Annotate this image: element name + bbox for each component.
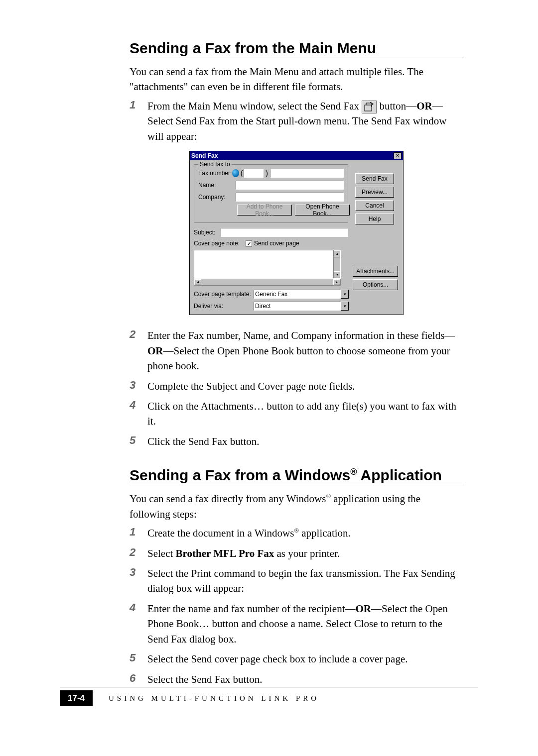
section-heading-2: Sending a Fax from a Windows® Applicatio…: [130, 467, 463, 485]
help-button[interactable]: Help: [355, 214, 394, 224]
subject-label: Subject:: [194, 229, 221, 236]
company-input[interactable]: [236, 193, 344, 202]
text: From the Main Menu window, select the Se…: [147, 100, 362, 112]
step-text: Select the Print command to begin the fa…: [147, 566, 463, 596]
step-text: Click on the Attachments… button to add …: [147, 399, 463, 429]
text: Application: [357, 467, 442, 483]
preview-button[interactable]: Preview...: [355, 187, 394, 198]
scroll-left-icon[interactable]: ◂: [194, 279, 201, 285]
intro-1: You can send a fax from the Main Menu an…: [130, 64, 463, 95]
fax-number-input[interactable]: [270, 169, 344, 178]
text: OR: [416, 100, 432, 112]
dialog-titlebar: Send Fax ×: [190, 151, 403, 160]
registered-mark: ®: [294, 527, 299, 534]
group-title: Send fax to: [198, 161, 232, 168]
scroll-down-icon[interactable]: ▾: [334, 271, 340, 278]
area-code-input[interactable]: [244, 169, 264, 178]
text: Select: [147, 547, 176, 559]
template-value[interactable]: [254, 290, 341, 299]
step-text: Select the Send cover page check box to …: [147, 651, 463, 666]
step-num: 5: [130, 651, 147, 664]
s1-step-1: 1 From the Main Menu window, select the …: [130, 99, 463, 144]
step-num: 1: [130, 99, 147, 111]
deliver-label: Deliver via:: [194, 303, 254, 310]
registered-mark: ®: [326, 493, 331, 500]
s1-step-3: 3 Complete the Subject and Cover page no…: [130, 379, 463, 394]
registered-mark: ®: [350, 467, 357, 477]
text: button—: [380, 100, 417, 112]
step-text: Click the Send Fax button.: [147, 434, 463, 449]
text: application.: [299, 527, 351, 539]
step-num: 1: [130, 526, 147, 539]
chevron-down-icon[interactable]: ▾: [341, 302, 349, 311]
scroll-right-icon[interactable]: ▸: [333, 279, 340, 285]
deliver-combo[interactable]: ▾: [254, 302, 349, 311]
page-footer: 17-4 USING MULTI-FUNCTION LINK PRO: [60, 687, 478, 706]
step-text: Enter the Fax number, Name, and Company …: [147, 328, 463, 373]
send-cover-checkbox[interactable]: ✓ Send cover page: [246, 240, 299, 247]
close-icon[interactable]: ×: [394, 152, 402, 159]
send-fax-button[interactable]: Send Fax: [355, 173, 394, 184]
text: Sending a Fax from a Windows: [130, 467, 350, 483]
step-num: 6: [130, 672, 147, 685]
s2-step-2: 2 Select Brother MFL Pro Fax as your pri…: [130, 546, 463, 561]
step-num: 2: [130, 328, 147, 341]
step-num: 2: [130, 546, 147, 559]
step-num: 4: [130, 601, 147, 614]
s1-step-4: 4 Click on the Attachments… button to ad…: [130, 399, 463, 429]
text: Enter the Fax number, Name, and Company …: [147, 329, 455, 341]
s1-step-2: 2 Enter the Fax number, Name, and Compan…: [130, 328, 463, 373]
s2-step-5: 5 Select the Send cover page check box t…: [130, 651, 463, 666]
step-text: Complete the Subject and Cover page note…: [147, 379, 463, 394]
section-heading-1: Sending a Fax from the Main Menu: [130, 40, 463, 58]
step-text: Select Brother MFL Pro Fax as your print…: [147, 546, 463, 561]
cancel-button[interactable]: Cancel: [355, 200, 394, 211]
s2-step-4: 4 Enter the name and fax number of the r…: [130, 601, 463, 647]
open-phone-book-button[interactable]: Open Phone Book...: [295, 205, 350, 216]
text: —Select the Open Phone Book button to ch…: [147, 345, 450, 372]
text: OR: [147, 345, 163, 357]
step-num: 4: [130, 399, 147, 412]
step-num: 3: [130, 379, 147, 392]
text: Create the document in a Windows: [147, 527, 294, 539]
step-text: Select the Send Fax button.: [147, 672, 463, 687]
intro-2: You can send a fax directly from any Win…: [130, 491, 463, 522]
checkbox-label: Send cover page: [254, 240, 299, 247]
text: as your printer.: [274, 547, 340, 559]
step-text: Create the document in a Windows® applic…: [147, 526, 463, 540]
page-number: 17-4: [60, 690, 93, 706]
check-icon: ✓: [246, 240, 252, 247]
s2-step-6: 6 Select the Send Fax button.: [130, 672, 463, 687]
step-text: Enter the name and fax number of the rec…: [147, 601, 463, 647]
s2-step-1: 1 Create the document in a Windows® appl…: [130, 526, 463, 540]
subject-input[interactable]: [221, 228, 348, 237]
options-button[interactable]: Options...: [353, 279, 398, 290]
chapter-title: USING MULTI-FUNCTION LINK PRO: [109, 694, 319, 703]
s1-step-5: 5 Click the Send Fax button.: [130, 434, 463, 449]
step-num: 5: [130, 434, 147, 447]
send-fax-to-group: Send fax to Fax number: ( ) Name:: [194, 164, 348, 223]
vertical-scrollbar[interactable]: ▴ ▾: [333, 250, 340, 278]
company-label: Company:: [198, 194, 236, 201]
cover-note-textarea[interactable]: ▴ ▾: [194, 250, 341, 279]
name-label: Name:: [198, 182, 236, 189]
chevron-down-icon[interactable]: ▾: [341, 290, 349, 299]
text: Brother MFL Pro Fax: [176, 547, 274, 559]
deliver-value[interactable]: [254, 302, 341, 311]
paren: ): [266, 169, 268, 177]
svg-rect-0: [365, 105, 372, 111]
scroll-up-icon[interactable]: ▴: [334, 250, 340, 257]
horizontal-scrollbar[interactable]: ◂ ▸: [194, 279, 341, 286]
step-num: 3: [130, 566, 147, 579]
attachments-button[interactable]: Attachments...: [353, 266, 398, 277]
text: Enter the name and fax number of the rec…: [147, 603, 356, 615]
name-input[interactable]: [236, 181, 344, 190]
text: You can send a fax directly from any Win…: [130, 493, 326, 505]
template-label: Cover page template:: [194, 291, 254, 298]
send-fax-icon: [362, 101, 377, 113]
cover-note-label: Cover page note:: [194, 240, 246, 247]
add-phone-book-button: Add to Phone Book...: [237, 205, 292, 216]
globe-icon[interactable]: [232, 169, 239, 177]
paren: (: [241, 169, 243, 177]
template-combo[interactable]: ▾: [254, 290, 349, 299]
